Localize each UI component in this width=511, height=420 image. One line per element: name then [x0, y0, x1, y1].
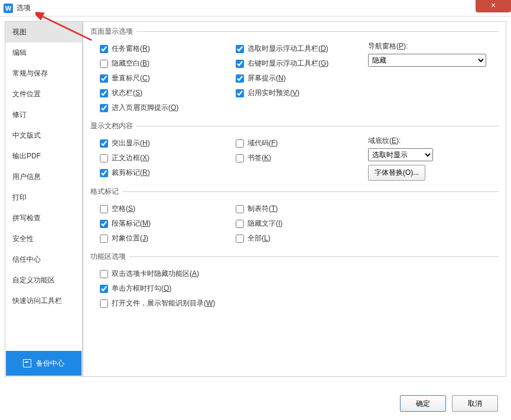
group-legend: 功能区选项 — [90, 252, 129, 262]
checkbox[interactable] — [100, 235, 108, 243]
sidebar-item[interactable]: 安全性 — [5, 229, 82, 249]
field-shading-label: 域底纹(E): — [368, 136, 499, 148]
checkbox[interactable] — [100, 74, 108, 83]
checkbox-label: 垂直标尺(C) — [112, 73, 150, 83]
checkbox-row: 突出显示(H) — [90, 136, 226, 151]
checkbox-row: 空格(S) — [90, 201, 226, 216]
checkbox-label: 空格(S) — [112, 204, 135, 214]
checkbox-row: 右键时显示浮动工具栏(G) — [226, 56, 362, 71]
sidebar-item[interactable]: 视图 — [5, 22, 82, 43]
titlebar: W 选项 × — [0, 0, 511, 17]
checkbox-row: 裁剪标记(R) — [90, 165, 226, 180]
nav-pane-select[interactable]: 隐藏 — [368, 54, 486, 67]
close-button[interactable]: × — [476, 0, 511, 12]
sidebar-item[interactable]: 输出PDF — [5, 146, 82, 167]
checkbox[interactable] — [236, 89, 244, 97]
checkbox-row: 全部(L) — [226, 231, 362, 246]
cancel-button[interactable]: 取消 — [452, 395, 498, 412]
checkbox-label: 制表符(T) — [248, 204, 278, 214]
checkbox-label: 双击选项卡时隐藏功能区(A) — [112, 269, 199, 279]
checkbox[interactable] — [236, 139, 244, 148]
checkbox-row: 任务窗格(R) — [90, 41, 226, 56]
sidebar-item[interactable]: 信任中心 — [5, 249, 82, 270]
checkbox-row: 制表符(T) — [226, 201, 362, 216]
checkbox-row: 垂直标尺(C) — [90, 71, 226, 86]
group-legend: 页面显示选项 — [90, 27, 136, 37]
checkbox-row: 打开文件，展示智能识别目录(W) — [90, 296, 499, 311]
sidebar-item[interactable]: 常规与保存 — [5, 63, 82, 84]
checkbox[interactable] — [236, 154, 244, 162]
group-ribbon: 功能区选项 双击选项卡时隐藏功能区(A)单击方框时打勾(O)打开文件，展示智能识… — [90, 252, 499, 311]
group-format-marks: 格式标记 空格(S)段落标记(M)对象位置(J) 制表符(T)隐藏文字(I)全部… — [90, 187, 499, 246]
checkbox-row: 双击选项卡时隐藏功能区(A) — [90, 266, 499, 281]
sidebar: 视图编辑常规与保存文件位置修订中文版式输出PDF用户信息打印拼写检查安全性信任中… — [5, 21, 83, 377]
sidebar-item[interactable]: 编辑 — [5, 43, 82, 63]
sidebar-item[interactable]: 修订 — [5, 105, 82, 125]
checkbox[interactable] — [100, 45, 108, 53]
checkbox-row: 屏幕提示(N) — [226, 71, 362, 86]
checkbox[interactable] — [100, 154, 108, 162]
window-title: 选项 — [17, 3, 31, 13]
ok-button[interactable]: 确定 — [400, 395, 446, 412]
sidebar-item[interactable]: 中文版式 — [5, 125, 82, 146]
font-replace-button[interactable]: 字体替换(O)... — [368, 165, 425, 181]
checkbox[interactable] — [100, 299, 108, 308]
checkbox[interactable] — [236, 205, 244, 213]
sidebar-item[interactable]: 打印 — [5, 187, 82, 208]
checkbox[interactable] — [236, 60, 244, 68]
app-icon: W — [4, 4, 13, 13]
checkbox[interactable] — [100, 104, 108, 112]
checkbox-label: 隐藏空白(B) — [112, 58, 149, 69]
checkbox-label: 段落标记(M) — [112, 219, 151, 229]
checkbox-label: 屏幕提示(N) — [248, 73, 286, 83]
checkbox-label: 启用实时预览(V) — [248, 88, 300, 98]
checkbox-row: 单击方框时打勾(O) — [90, 281, 499, 296]
checkbox-row: 进入页眉页脚提示(O) — [90, 100, 226, 115]
checkbox-row: 隐藏文字(I) — [226, 216, 362, 231]
backup-label: 备份中心 — [36, 359, 64, 369]
checkbox[interactable] — [100, 60, 108, 68]
checkbox-label: 状态栏(S) — [112, 88, 142, 98]
checkbox-label: 裁剪标记(R) — [112, 168, 150, 178]
sidebar-item[interactable]: 自定义功能区 — [5, 270, 82, 291]
content-panel: 页面显示选项 任务窗格(R)隐藏空白(B)垂直标尺(C)状态栏(S)进入页眉页脚… — [83, 21, 506, 377]
checkbox-label: 对象位置(J) — [112, 233, 148, 243]
checkbox-row: 段落标记(M) — [90, 216, 226, 231]
checkbox[interactable] — [100, 169, 108, 177]
group-page-display: 页面显示选项 任务窗格(R)隐藏空白(B)垂直标尺(C)状态栏(S)进入页眉页脚… — [90, 27, 499, 115]
checkbox[interactable] — [236, 45, 244, 53]
checkbox-label: 书签(K) — [248, 153, 271, 163]
checkbox-label: 选取时显示浮动工具栏(D) — [248, 44, 328, 54]
checkbox-row: 对象位置(J) — [90, 231, 226, 246]
backup-center-button[interactable]: 备份中心 — [6, 351, 82, 376]
checkbox[interactable] — [236, 235, 244, 243]
checkbox-row: 书签(K) — [226, 151, 362, 165]
checkbox[interactable] — [100, 205, 108, 213]
checkbox[interactable] — [236, 74, 244, 83]
checkbox[interactable] — [100, 285, 108, 293]
nav-pane-label: 导航窗格(P): — [368, 41, 499, 54]
sidebar-item[interactable]: 快速访问工具栏 — [5, 291, 82, 311]
checkbox-label: 正文边框(X) — [112, 153, 149, 163]
field-shading-select[interactable]: 选取时显示 — [368, 148, 433, 161]
checkbox-row: 域代码(F) — [226, 136, 362, 151]
checkbox[interactable] — [100, 89, 108, 97]
checkbox[interactable] — [100, 139, 108, 148]
checkbox[interactable] — [100, 270, 108, 278]
checkbox-row: 选取时显示浮动工具栏(D) — [226, 41, 362, 56]
checkbox-label: 右键时显示浮动工具栏(G) — [248, 58, 328, 69]
checkbox[interactable] — [236, 220, 244, 228]
checkbox-row: 正文边框(X) — [90, 151, 226, 165]
sidebar-item[interactable]: 文件位置 — [5, 84, 82, 105]
group-doc-content: 显示文档内容 突出显示(H)正文边框(X)裁剪标记(R) 域代码(F)书签(K)… — [90, 121, 499, 181]
sidebar-item[interactable]: 用户信息 — [5, 167, 82, 187]
checkbox-label: 突出显示(H) — [112, 138, 150, 148]
checkbox-row: 状态栏(S) — [90, 86, 226, 100]
checkbox[interactable] — [100, 220, 108, 228]
dialog-footer: 确定 取消 — [400, 395, 498, 412]
checkbox-row: 启用实时预览(V) — [226, 86, 362, 100]
checkbox-label: 全部(L) — [248, 233, 271, 243]
checkbox-label: 进入页眉页脚提示(O) — [112, 103, 178, 113]
sidebar-item[interactable]: 拼写检查 — [5, 208, 82, 229]
checkbox-label: 单击方框时打勾(O) — [112, 284, 171, 294]
